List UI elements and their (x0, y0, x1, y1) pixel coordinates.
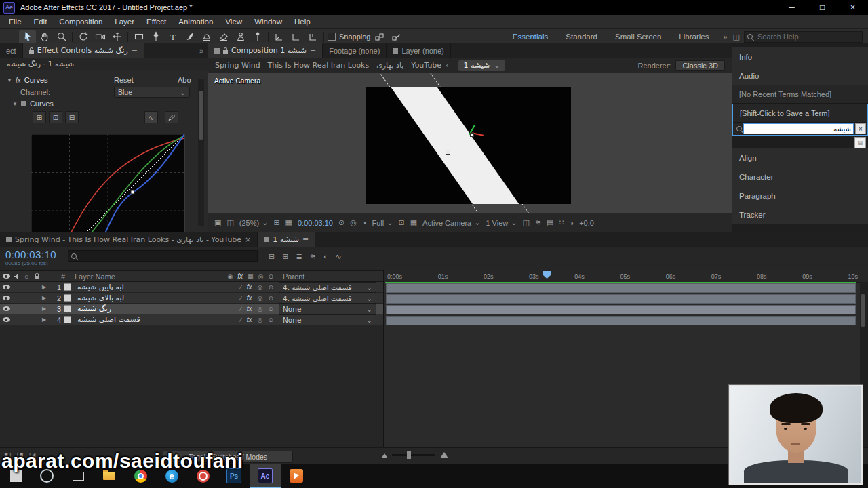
layer-row-3-selected[interactable]: ▶ 3 رنگ شیشه ∕ fx ◎ ⊙ None ⌄ (0, 304, 383, 314)
selection-handle[interactable] (446, 150, 450, 155)
solo-column-icon[interactable]: ○ (22, 272, 31, 281)
snap-option-2-icon[interactable] (388, 30, 405, 43)
grid-guides-icon[interactable]: ⊞ (273, 218, 279, 227)
layer-2-duration-bar[interactable] (386, 294, 856, 304)
viewer-timecode[interactable]: 0:00:03:10 (298, 219, 333, 227)
channel-dropdown[interactable]: Blue ⌄ (114, 87, 190, 98)
menu-window[interactable]: Window (248, 18, 288, 26)
menu-animation[interactable]: Animation (172, 18, 219, 26)
frame-blending-icon[interactable]: ≋ (310, 252, 316, 261)
quality-column-icon[interactable]: ◉ (227, 273, 233, 280)
clear-search-button[interactable]: × (855, 123, 866, 134)
lock-column-icon[interactable] (35, 276, 39, 279)
layer-name[interactable]: لبه پایین شیشه (73, 283, 240, 291)
layer-color-chip[interactable] (64, 294, 71, 302)
parent-dropdown[interactable]: None ⌄ (279, 314, 376, 325)
layer-color-chip[interactable] (64, 283, 71, 291)
motion-blur-column-icon[interactable]: ◎ (258, 273, 264, 280)
region-of-interest-icon[interactable]: ⊡ (398, 218, 404, 227)
fx-switch[interactable]: fx (247, 316, 252, 323)
zoom-tool[interactable] (53, 30, 70, 43)
fx-column-icon[interactable]: fx (237, 272, 243, 280)
parent-column-header[interactable]: Parent (277, 272, 383, 281)
anchor-point-handle[interactable] (470, 133, 474, 137)
parent-dropdown[interactable]: 4. قسمت اصلی شیشه ⌄ (279, 282, 376, 293)
transfer-column-icon[interactable]: ▦ (248, 273, 254, 280)
pixel-aspect-icon[interactable]: ◫ (522, 218, 529, 227)
curves-grid-small-icon[interactable]: ⊞ (33, 111, 46, 123)
layer-twirl-icon[interactable]: ▶ (42, 295, 52, 301)
view-layout-menu[interactable]: 1 View⌄ (486, 218, 517, 227)
quality-switch[interactable]: ∕ (240, 295, 241, 302)
layer-name-column-header[interactable]: Layer Name (65, 272, 115, 281)
layer-visibility-toggle[interactable] (3, 317, 10, 322)
hide-shy-layers-icon[interactable]: ≣ (296, 252, 302, 261)
timeline-search-box[interactable] (68, 250, 258, 262)
paragraph-panel-header[interactable]: Paragraph (732, 186, 868, 205)
timeline-button-icon[interactable]: ▤ (547, 218, 553, 227)
panel-overflow-chevron[interactable]: » (199, 47, 203, 55)
type-tool[interactable]: T (164, 30, 181, 43)
help-search-box[interactable] (744, 31, 863, 43)
threed-switch[interactable]: ⊙ (268, 306, 273, 312)
close-tab-icon[interactable]: × (245, 235, 251, 244)
hand-tool[interactable] (36, 30, 53, 43)
after-effects-button[interactable]: Ae (250, 464, 281, 488)
fx-switch[interactable]: fx (247, 305, 252, 312)
effect-name[interactable]: Curves (24, 76, 48, 84)
effect-reset-link[interactable]: Reset (114, 76, 134, 84)
workspace-small-screen[interactable]: Small Screen (615, 33, 661, 41)
fast-previews-icon[interactable]: ≋ (535, 218, 541, 227)
viewer-source-tab[interactable]: Spring Wind - This Is How Real Iran Look… (208, 61, 456, 70)
glass-layer-shape[interactable] (375, 87, 534, 204)
preview-monitor-icon[interactable]: ▣ (214, 218, 221, 227)
threed-switch[interactable]: ⊙ (268, 284, 273, 291)
workspace-essentials[interactable]: Essentials (513, 33, 548, 41)
curves-graph[interactable] (31, 134, 185, 232)
effect-controls-scrollbar[interactable] (198, 79, 204, 226)
zoom-slider-thumb[interactable] (407, 451, 411, 459)
menu-file[interactable]: File (3, 18, 28, 26)
effect-controls-tab[interactable]: Effect Controls رنگ شیشه ≡ (23, 43, 144, 58)
quality-switch[interactable]: ∕ (240, 317, 241, 323)
layer-name[interactable]: لبه بالای شیشه (73, 293, 240, 302)
menu-help[interactable]: Help (288, 18, 317, 26)
panel-menu-icon[interactable]: ≡ (302, 235, 309, 244)
transparency-grid-icon[interactable]: ▦ (410, 218, 417, 227)
motion-blur-switch[interactable]: ◎ (258, 306, 263, 312)
maximize-button[interactable]: □ (807, 0, 837, 15)
aux-monitor-icon[interactable]: ◫ (226, 218, 233, 227)
resolution-menu[interactable]: Full⌄ (372, 218, 393, 227)
motion-blur-switch[interactable]: ◎ (258, 317, 263, 323)
view-axis-mode-icon[interactable] (304, 30, 321, 43)
motion-blur-switch[interactable]: ◎ (258, 284, 263, 291)
exposure-value[interactable]: +0.0 (579, 219, 594, 227)
media-app-button[interactable] (281, 464, 312, 488)
zoom-in-timeline-icon[interactable] (440, 452, 448, 458)
layer-3-duration-bar[interactable] (386, 305, 856, 314)
parent-dropdown[interactable]: None ⌄ (279, 304, 376, 314)
layer-twirl-icon[interactable]: ▶ (42, 317, 52, 323)
layer-row-2[interactable]: ▶ 2 لبه بالای شیشه ∕ fx ◎ ⊙ 4. قسمت اصلی… (0, 293, 383, 304)
parent-dropdown[interactable]: 4. قسمت اصلی شیشه ⌄ (279, 293, 376, 304)
curve-pencil-tool-icon[interactable] (165, 111, 178, 123)
layer-twirl-icon[interactable]: ▶ (42, 306, 52, 312)
quality-switch[interactable]: ∕ (240, 284, 241, 291)
menu-view[interactable]: View (219, 18, 248, 26)
local-axis-mode-icon[interactable] (271, 30, 288, 43)
camera-tool[interactable] (92, 30, 108, 43)
save-term-box[interactable]: ▤ (854, 137, 866, 148)
align-panel-header[interactable]: Align (732, 148, 868, 167)
effect-twirl-icon[interactable]: ▼ (7, 77, 12, 83)
layer-twirl-icon[interactable]: ▶ (42, 284, 52, 290)
magnification-menu[interactable]: (25%)⌄ (239, 218, 269, 227)
panel-menu-icon[interactable]: ≡ (132, 46, 138, 55)
roto-brush-tool[interactable] (232, 30, 249, 43)
layer-1-duration-bar[interactable] (386, 283, 856, 293)
puppet-pin-tool[interactable] (249, 30, 266, 43)
footage-tab[interactable]: Footage (none) (323, 43, 387, 58)
project-tab-partial[interactable]: ect (0, 43, 23, 58)
snap-option-1-icon[interactable] (371, 30, 388, 43)
layer-visibility-toggle[interactable] (3, 296, 10, 300)
draft-3d-icon[interactable]: ⊞ (282, 252, 288, 261)
